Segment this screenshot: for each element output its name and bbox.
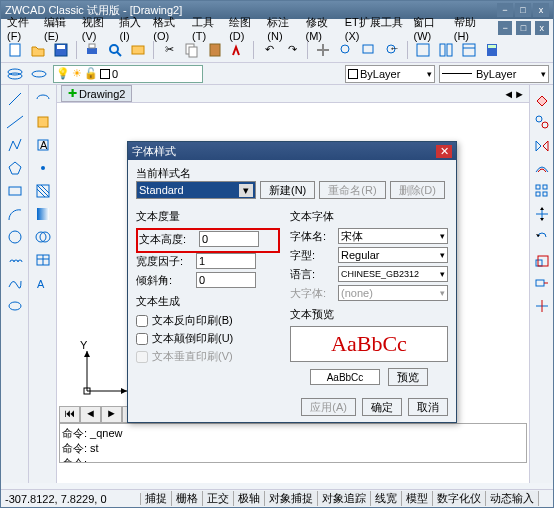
delete-button[interactable]: 删除(D) (390, 181, 445, 199)
spline-icon[interactable] (5, 273, 25, 293)
close-button[interactable]: x (533, 3, 549, 17)
preview-button[interactable]: 预览 (388, 368, 428, 386)
menu-help[interactable]: 帮助(H) (452, 14, 488, 43)
move-icon[interactable] (532, 204, 552, 224)
grid-toggle[interactable]: 栅格 (172, 491, 203, 506)
tool-palette-icon[interactable] (459, 40, 479, 60)
insert-block-icon[interactable] (33, 112, 53, 132)
color-combo[interactable]: ByLayer (345, 65, 435, 83)
menu-edit[interactable]: 编辑(E) (42, 14, 78, 43)
dyn-toggle[interactable]: 动态输入 (486, 491, 539, 506)
polyline-icon[interactable] (5, 135, 25, 155)
rotate-icon[interactable] (532, 227, 552, 247)
maximize-button[interactable]: □ (515, 3, 531, 17)
menu-format[interactable]: 格式(O) (151, 14, 188, 43)
offset-icon[interactable] (532, 158, 552, 178)
menu-dim[interactable]: 标注(N) (265, 14, 301, 43)
paste-icon[interactable] (205, 40, 225, 60)
minimize-button[interactable]: − (497, 3, 513, 17)
preview-icon[interactable] (105, 40, 125, 60)
mtab-nav-next[interactable]: ► (101, 406, 122, 423)
menu-insert[interactable]: 插入(I) (117, 14, 149, 43)
apply-button[interactable]: 应用(A) (301, 398, 356, 416)
gradient-icon[interactable] (33, 204, 53, 224)
design-center-icon[interactable] (436, 40, 456, 60)
xline-icon[interactable] (5, 112, 25, 132)
region-icon[interactable] (33, 227, 53, 247)
backwards-checkbox[interactable]: 文本反向印刷(B) (136, 313, 280, 328)
zoom-window-icon[interactable] (359, 40, 379, 60)
match-icon[interactable] (228, 40, 248, 60)
tab-nav-right[interactable]: ► (514, 88, 525, 100)
upside-checkbox[interactable]: 文本颠倒印刷(U) (136, 331, 280, 346)
circle-icon[interactable] (5, 227, 25, 247)
style-name-combo[interactable]: Standard (136, 181, 256, 199)
model-toggle[interactable]: 模型 (402, 491, 433, 506)
rectangle-icon[interactable] (5, 181, 25, 201)
tablet-toggle[interactable]: 数字化仪 (433, 491, 486, 506)
snap-toggle[interactable]: 捕捉 (141, 491, 172, 506)
array-icon[interactable] (532, 181, 552, 201)
mtab-nav-prev[interactable]: ◄ (80, 406, 101, 423)
mtab-nav-first[interactable]: ⏮ (59, 406, 80, 423)
revcloud-icon[interactable] (5, 250, 25, 270)
cancel-button[interactable]: 取消 (408, 398, 448, 416)
ellipse-icon[interactable] (5, 296, 25, 316)
menu-view[interactable]: 视图(V) (80, 14, 116, 43)
fontname-combo[interactable]: 宋体 (338, 228, 448, 244)
otrack-toggle[interactable]: 对象追踪 (318, 491, 371, 506)
erase-icon[interactable] (532, 89, 552, 109)
menu-window[interactable]: 窗口(W) (411, 14, 449, 43)
height-input[interactable] (199, 231, 259, 247)
copy-icon[interactable] (182, 40, 202, 60)
stretch-icon[interactable] (532, 273, 552, 293)
layer-combo[interactable]: 💡 ☀ 🔓 0 (53, 65, 203, 83)
menu-tools[interactable]: 工具(T) (190, 14, 225, 43)
cut-icon[interactable]: ✂ (159, 40, 179, 60)
mtext-icon[interactable]: A (33, 273, 53, 293)
polygon-icon[interactable] (5, 158, 25, 178)
dialog-titlebar[interactable]: 字体样式 ✕ (128, 142, 456, 160)
dialog-close-icon[interactable]: ✕ (436, 145, 452, 158)
new-button[interactable]: 新建(N) (260, 181, 315, 199)
rename-button[interactable]: 重命名(R) (319, 181, 385, 199)
point-icon[interactable] (33, 158, 53, 178)
oblique-input[interactable] (196, 272, 256, 288)
save-icon[interactable] (51, 40, 71, 60)
lweight-toggle[interactable]: 线宽 (371, 491, 402, 506)
fontstyle-combo[interactable]: Regular (338, 247, 448, 263)
line-icon[interactable] (5, 89, 25, 109)
menu-et[interactable]: ET扩展工具(X) (343, 14, 410, 43)
make-block-icon[interactable]: A (33, 135, 53, 155)
ellipse-arc-icon[interactable] (33, 89, 53, 109)
menu-file[interactable]: 文件(F) (5, 14, 40, 43)
linetype-combo[interactable]: ByLayer (439, 65, 549, 83)
pan-icon[interactable] (313, 40, 333, 60)
table-icon[interactable] (33, 250, 53, 270)
doc-close-button[interactable]: x (535, 21, 549, 35)
ortho-toggle[interactable]: 正交 (203, 491, 234, 506)
zoom-icon[interactable] (336, 40, 356, 60)
copy2-icon[interactable] (532, 112, 552, 132)
calculator-icon[interactable] (482, 40, 502, 60)
mirror-icon[interactable] (532, 135, 552, 155)
osnap-toggle[interactable]: 对象捕捉 (265, 491, 318, 506)
trim-icon[interactable] (532, 296, 552, 316)
width-input[interactable] (196, 253, 256, 269)
new-icon[interactable] (5, 40, 25, 60)
layer-manager-icon[interactable] (5, 64, 25, 84)
open-icon[interactable] (28, 40, 48, 60)
undo-icon[interactable]: ↶ (259, 40, 279, 60)
tab-drawing2[interactable]: ✚Drawing2 (61, 85, 132, 102)
redo-icon[interactable]: ↷ (282, 40, 302, 60)
print-icon[interactable] (82, 40, 102, 60)
zoom-prev-icon[interactable]: ← (382, 40, 402, 60)
menu-draw[interactable]: 绘图(D) (227, 14, 263, 43)
layer-states-icon[interactable] (29, 64, 49, 84)
doc-minimize-button[interactable]: − (498, 21, 512, 35)
arc-icon[interactable] (5, 204, 25, 224)
doc-restore-button[interactable]: □ (516, 21, 530, 35)
properties-icon[interactable] (413, 40, 433, 60)
command-line[interactable]: 命令: _qnew 命令: st 命令: (59, 423, 527, 463)
hatch-icon[interactable] (33, 181, 53, 201)
